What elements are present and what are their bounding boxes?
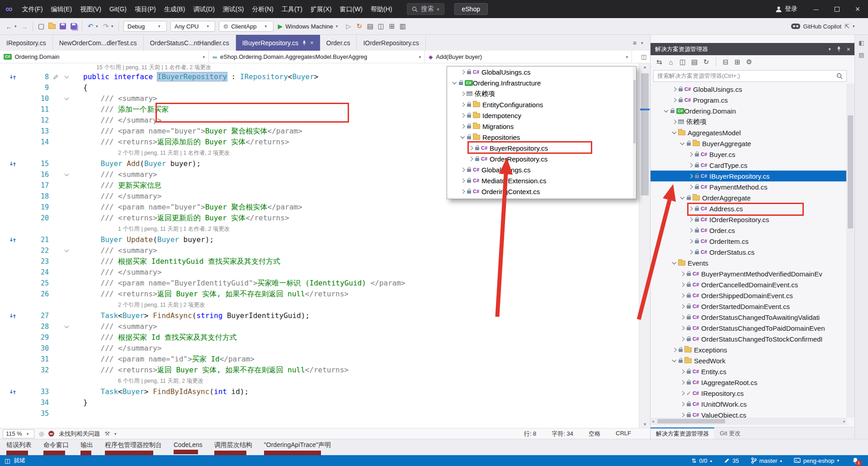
pin-icon[interactable]: [836, 46, 841, 52]
file-item-OrderRepository-cs[interactable]: C#OrderRepository.cs: [447, 153, 636, 164]
menu-item-Git[interactable]: Git(G): [105, 0, 131, 18]
sync-with-active-document-icon[interactable]: ⇆: [654, 57, 664, 67]
chevron-down-icon[interactable]: [679, 197, 686, 199]
folder-item-Repositories[interactable]: Repositories: [447, 132, 636, 143]
chevron-right-icon[interactable]: [687, 251, 694, 254]
chevron-right-icon[interactable]: [687, 218, 694, 221]
code-line-20[interactable]: 20/// <returns>返回更新后的 Buyer 实体</returns>: [0, 213, 639, 223]
dependencies-item-依赖项[interactable]: 依赖项: [447, 88, 636, 99]
cursor-column-indicator[interactable]: 字符: 34: [552, 430, 573, 438]
folder-item-BuyerAggregate[interactable]: BuyerAggregate: [651, 138, 847, 149]
panel-tab-调用层次结构[interactable]: 调用层次结构: [214, 441, 252, 455]
configuration-dropdown[interactable]: Debug▾: [123, 21, 167, 32]
chevron-right-icon[interactable]: [459, 168, 467, 171]
solution-explorer-title-bar[interactable]: 解决方案资源管理器 ▾ ×: [651, 43, 855, 55]
fold-chevron-icon[interactable]: [61, 321, 72, 332]
switch-views-icon[interactable]: ◫: [678, 57, 688, 67]
chevron-down-icon[interactable]: [459, 136, 467, 138]
chevron-right-icon[interactable]: [459, 103, 467, 106]
close-button[interactable]: ×: [847, 0, 868, 18]
file-item-IBuyerRepository-cs[interactable]: C#IBuyerRepository.cs: [651, 171, 847, 181]
inheritance-margin-icon[interactable]: [0, 310, 25, 321]
misc-tool-icon-4[interactable]: ▥: [397, 20, 408, 32]
file-item-OrderStartedDomainEvent-cs[interactable]: C#OrderStartedDomainEvent.cs: [651, 301, 847, 312]
file-item-IUnitOfWork-cs[interactable]: C#IUnitOfWork.cs: [651, 399, 847, 409]
code-line-23[interactable]: 23/// 根据买家 IdentityGuid 查找买家及其支付方式: [0, 256, 639, 267]
file-item-OrderStatusChangedToPaidDomainEven[interactable]: C#OrderStatusChangedToPaidDomainEven: [651, 323, 847, 333]
folder-item-EntityConfigurations[interactable]: EntityConfigurations: [447, 99, 636, 110]
docked-panel-icon[interactable]: ◧: [859, 39, 864, 46]
chevron-right-icon[interactable]: [679, 338, 686, 341]
expand-icon[interactable]: ⊞: [732, 57, 742, 67]
file-item-BuyerRepository-cs[interactable]: C#BuyerRepository.cs: [447, 143, 636, 153]
scroll-down-arrow[interactable]: ▼: [639, 421, 651, 428]
file-item-CardType-cs[interactable]: C#CardType.cs: [651, 160, 847, 171]
cursor-line-indicator[interactable]: 行: 8: [524, 430, 536, 438]
misc-tool-icon-2[interactable]: ◫: [376, 20, 387, 32]
chevron-right-icon[interactable]: [679, 392, 686, 395]
file-item-Address-cs[interactable]: C#Address.cs: [651, 203, 847, 214]
fold-chevron-icon[interactable]: [61, 245, 72, 256]
chevron-right-icon[interactable]: [679, 316, 686, 319]
code-line-31[interactable]: 31/// <param name="id">买家 Id</param>: [0, 354, 639, 365]
folder-item-Migrations[interactable]: Migrations: [447, 121, 636, 132]
git-sync-indicator[interactable]: ⇅ 0/0 ▴: [692, 457, 712, 464]
misc-tool-icon-3[interactable]: ⊞: [387, 20, 397, 32]
folder-item-OrderAggregate[interactable]: OrderAggregate: [651, 192, 847, 203]
menu-item-生成[interactable]: 生成(B): [160, 0, 189, 18]
chevron-down-icon[interactable]: [670, 132, 678, 133]
chevron-right-icon[interactable]: [670, 348, 678, 352]
docked-panel-icon[interactable]: ▤: [859, 52, 864, 58]
line-ending-indicator[interactable]: CRLF: [616, 430, 631, 438]
file-item-GlobalUsings-cs[interactable]: C#GlobalUsings.cs: [447, 164, 636, 175]
file-item-ValueObject-cs[interactable]: C#ValueObject.cs: [651, 409, 847, 418]
chevron-right-icon[interactable]: [679, 305, 686, 308]
git-branch-indicator[interactable]: master ▴: [751, 457, 782, 464]
pin-icon[interactable]: [302, 40, 307, 46]
github-copilot-button[interactable]: GitHub Copilot ⇱ ▾: [791, 23, 864, 30]
chevron-right-icon[interactable]: [687, 240, 694, 243]
global-search-box[interactable]: 搜索 ▾: [407, 3, 444, 15]
chevron-down-icon[interactable]: [662, 110, 670, 112]
show-all-files-icon[interactable]: ▤: [689, 57, 699, 67]
split-editor-icon[interactable]: ◫: [641, 53, 646, 60]
chevron-right-icon[interactable]: [687, 175, 694, 178]
chevron-right-icon[interactable]: [467, 157, 475, 161]
explorer-tab-Git-更改[interactable]: Git 更改: [714, 428, 746, 439]
file-item-Program-cs[interactable]: C#Program.cs: [651, 95, 847, 105]
tab-list-icon[interactable]: ≡: [633, 39, 637, 47]
chevron-down-icon[interactable]: [670, 262, 678, 264]
fold-chevron-icon[interactable]: [61, 93, 72, 104]
file-item-GlobalUsings-cs[interactable]: C#GlobalUsings.cs: [651, 84, 847, 95]
panel-tab-输出[interactable]: 输出: [80, 441, 93, 455]
chevron-right-icon[interactable]: [679, 327, 686, 330]
code-line-35[interactable]: 35: [0, 408, 639, 419]
file-item-MediatorExtension-cs[interactable]: C#MediatorExtension.cs: [447, 175, 636, 186]
chevron-right-icon[interactable]: [687, 207, 694, 210]
chevron-right-icon[interactable]: [679, 294, 686, 297]
misc-tool-icon-1[interactable]: ▤: [365, 20, 376, 32]
code-line-34[interactable]: 34}: [0, 397, 639, 408]
chevron-right-icon[interactable]: [459, 71, 467, 74]
git-repo-indicator[interactable]: peng-eshop ▾: [794, 457, 839, 464]
folder-item-Events[interactable]: Events: [651, 257, 847, 268]
menu-item-视图[interactable]: 视图(V): [76, 0, 105, 18]
file-item-OrderStatus-cs[interactable]: C#OrderStatus.cs: [651, 247, 847, 257]
open-folder-icon[interactable]: [47, 20, 57, 32]
chevron-right-icon[interactable]: [687, 185, 694, 189]
startup-project-dropdown[interactable]: ⚙ClientApp▾: [219, 21, 273, 32]
chevron-right-icon[interactable]: [679, 272, 686, 276]
file-item-GlobalUsings-cs[interactable]: C#GlobalUsings.cs: [447, 67, 636, 77]
chevron-right-icon[interactable]: [459, 190, 467, 193]
live-share-icon[interactable]: ◎: [39, 430, 44, 437]
chevron-right-icon[interactable]: [459, 114, 467, 117]
code-line-33[interactable]: 33Task<Buyer> FindByIdAsync(int id);: [0, 386, 639, 397]
window-position-icon[interactable]: ▾: [829, 47, 831, 52]
solution-name-badge[interactable]: eShop: [454, 3, 488, 15]
save-all-icon[interactable]: [68, 20, 79, 32]
folder-item-SeedWork[interactable]: SeedWork: [651, 355, 847, 366]
feedback-icon[interactable]: ◫: [5, 457, 10, 464]
refresh-icon[interactable]: ↻: [701, 57, 711, 67]
document-tab-NewOrderCom-dlerTest-cs[interactable]: NewOrderCom...dlerTest.cs: [53, 35, 144, 51]
file-item-BuyerPaymentMethodVerifiedDomainEv[interactable]: C#BuyerPaymentMethodVerifiedDomainEv: [651, 268, 847, 279]
